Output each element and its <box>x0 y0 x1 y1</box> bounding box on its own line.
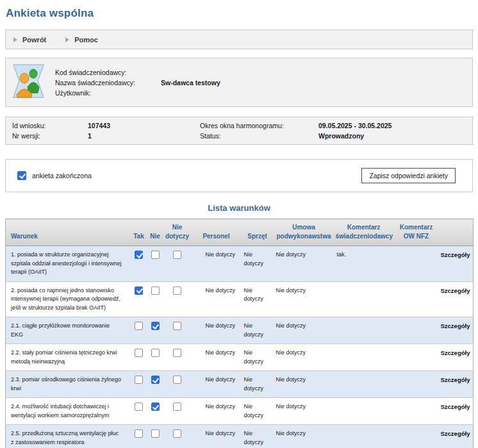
tak-checkbox[interactable] <box>135 349 143 357</box>
komentarz-swiadczeniodawcy-value <box>334 425 393 448</box>
personel-value: Nie dotyczy <box>192 246 242 282</box>
details-link[interactable]: Szczegóły <box>440 344 474 371</box>
nie-dotyczy-checkbox[interactable] <box>173 349 181 357</box>
nie-checkbox[interactable] <box>151 286 160 295</box>
nie-dotyczy-checkbox[interactable] <box>173 286 181 295</box>
nie-checkbox[interactable] <box>151 251 160 259</box>
condition-text: 2. posiada co najmniej jedno stanowisko … <box>6 281 131 317</box>
komentarz-swiadczeniodawcy-value <box>334 317 393 344</box>
nie-checkbox[interactable] <box>151 376 160 384</box>
schedule-window-label: Okres okna harmonogramu: <box>200 122 318 129</box>
nie-checkbox[interactable] <box>151 349 160 357</box>
umowa-value: Nie dotyczy <box>274 281 334 317</box>
nie-checkbox[interactable] <box>151 429 160 438</box>
tak-checkbox[interactable] <box>135 251 143 259</box>
nie-dotyczy-cell <box>163 398 192 425</box>
komentarz-ow-nfz-value <box>393 371 440 398</box>
komentarz-swiadczeniodawcy-value: tak. <box>334 246 393 282</box>
table-row: 2.3. pomiar ośrodkowego ciśnienia żylneg… <box>6 371 474 398</box>
nie-dotyczy-checkbox[interactable] <box>173 402 181 411</box>
provider-box: Kod świadczeniodawcy: Nazwa świadczeniod… <box>5 58 473 107</box>
tak-checkbox[interactable] <box>135 322 143 330</box>
column-header-komentarz-ow-nfz: Komentarz OW NFZ <box>393 219 440 246</box>
arrow-right-icon <box>13 37 17 42</box>
komentarz-ow-nfz-value <box>393 398 440 425</box>
sprzet-value: Nie dotyczy <box>242 371 274 398</box>
komentarz-ow-nfz-value <box>393 344 440 371</box>
survey-finished-label: ankieta zakończona <box>32 172 92 179</box>
nie-cell <box>147 398 163 425</box>
komentarz-ow-nfz-value <box>393 425 440 448</box>
user-label: Użytkownik: <box>55 89 161 97</box>
nie-cell <box>147 425 163 448</box>
details-link[interactable]: Szczegóły <box>440 371 474 398</box>
survey-finished-checkbox[interactable] <box>17 171 26 180</box>
sprzet-value: Nie dotyczy <box>242 398 274 425</box>
provider-code-value <box>161 69 220 76</box>
komentarz-ow-nfz-value <box>393 246 440 282</box>
nie-dotyczy-cell <box>163 371 192 398</box>
tak-checkbox[interactable] <box>135 402 143 411</box>
request-id-label: Id wniosku: <box>12 122 88 129</box>
umowa-value: Nie dotyczy <box>274 398 334 425</box>
tak-cell <box>131 317 147 344</box>
personel-value: Nie dotyczy <box>192 281 242 317</box>
column-header-komentarz-swiadczeniodawcy: Komentarz świadczeniodawcy <box>334 219 393 246</box>
request-id-value: 107443 <box>88 122 200 129</box>
table-header-row: Warunek Tak Nie Nie dotyczy Personel Spr… <box>6 219 474 246</box>
tak-cell <box>131 371 147 398</box>
komentarz-ow-nfz-value <box>393 281 440 317</box>
tak-checkbox[interactable] <box>135 286 143 295</box>
nie-dotyczy-checkbox[interactable] <box>173 251 181 259</box>
nie-dotyczy-cell <box>163 344 192 371</box>
condition-text: 1. posiada w strukturze organizacyjnej s… <box>6 246 131 282</box>
tak-cell <box>131 246 147 282</box>
nie-dotyczy-checkbox[interactable] <box>173 429 181 438</box>
komentarz-swiadczeniodawcy-value <box>334 344 393 371</box>
help-button[interactable]: Pomoc <box>65 36 98 44</box>
provider-name-label: Nazwa świadczeniodawcy: <box>55 79 161 87</box>
tak-checkbox[interactable] <box>135 429 143 438</box>
back-button[interactable]: Powrót <box>13 36 46 44</box>
nie-cell <box>147 246 163 282</box>
sprzet-value: Nie dotyczy <box>242 317 274 344</box>
column-header-warunek: Warunek <box>6 219 131 246</box>
umowa-value: Nie dotyczy <box>274 425 334 448</box>
details-link[interactable]: Szczegóły <box>440 398 474 425</box>
personel-value: Nie dotyczy <box>192 344 242 371</box>
nie-checkbox[interactable] <box>151 402 160 411</box>
nie-dotyczy-checkbox[interactable] <box>173 376 181 384</box>
condition-text: 2.3. pomiar ośrodkowego ciśnienia żylneg… <box>6 371 131 398</box>
condition-text: 2.1. ciągłe przyłóżkowe monitorowanie EK… <box>6 317 131 344</box>
tak-checkbox[interactable] <box>135 376 143 384</box>
version-label: Nr wersji: <box>12 132 88 140</box>
details-link[interactable]: Szczegóły <box>440 317 474 344</box>
nie-checkbox[interactable] <box>151 322 160 330</box>
personel-value: Nie dotyczy <box>192 371 242 398</box>
umowa-value: Nie dotyczy <box>274 317 334 344</box>
nie-dotyczy-checkbox[interactable] <box>173 322 181 330</box>
sprzet-value: Nie dotyczy <box>242 246 274 282</box>
save-answers-button[interactable]: Zapisz odpowiedzi ankiety <box>361 168 456 183</box>
details-link[interactable]: Szczegóły <box>440 246 474 282</box>
personel-value: Nie dotyczy <box>192 425 242 448</box>
status-value: Wprowadzony <box>318 132 466 140</box>
nie-dotyczy-cell <box>163 425 192 448</box>
details-link[interactable]: Szczegóły <box>440 425 474 448</box>
umowa-value: Nie dotyczy <box>274 344 334 371</box>
nie-dotyczy-cell <box>163 246 192 282</box>
komentarz-swiadczeniodawcy-value <box>334 398 393 425</box>
condition-text: 2.2. stały pomiar ciśnienia tętniczego k… <box>6 344 131 371</box>
page-title: Ankieta wspólna <box>6 7 473 20</box>
status-label: Status: <box>200 132 318 140</box>
conditions-list-title: Lista warunków <box>5 203 473 213</box>
column-header-nie: Nie <box>147 219 163 246</box>
sprzet-value: Nie dotyczy <box>242 344 274 371</box>
two-people-icon <box>11 63 46 101</box>
details-link[interactable]: Szczegóły <box>440 281 474 317</box>
provider-code-label: Kod świadczeniodawcy: <box>55 69 161 76</box>
sprzet-value: Nie dotyczy <box>242 281 274 317</box>
table-row: 2.4. możliwość intubacji dotchawiczej i … <box>6 398 474 425</box>
provider-name-value: Sw-dawca testowy <box>161 79 220 87</box>
personel-value: Nie dotyczy <box>192 317 242 344</box>
